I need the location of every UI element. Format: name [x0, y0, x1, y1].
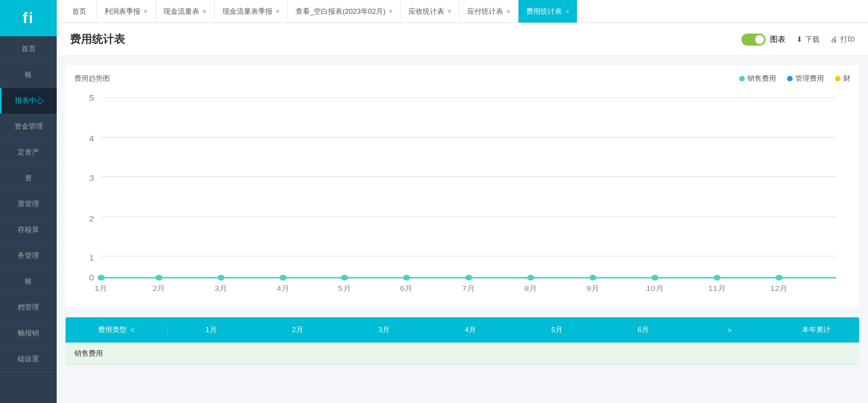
content-area: 费用统计表 图表 ⬇ 下载 🖨 打印 费用趋势图	[57, 23, 868, 403]
th-month-1: 1月	[168, 325, 254, 335]
legend-label-finance: 财	[843, 74, 850, 84]
legend-dot-admin	[787, 76, 793, 81]
table-row-sales-expense: 销售费用	[65, 343, 859, 365]
app-logo: fi	[0, 0, 57, 36]
sidebar-item-fund-management[interactable]: 资金管理	[0, 114, 57, 140]
tab-profit-quarterly[interactable]: 利润表季报 ×	[97, 0, 156, 23]
tab-payable-stats[interactable]: 应付统计表 ×	[460, 0, 518, 23]
tab-cashflow[interactable]: 现金流量表 ×	[156, 0, 215, 23]
print-button[interactable]: 🖨 打印	[831, 35, 855, 45]
chart-section: 费用趋势图 销售费用 管理费用 财	[65, 65, 859, 308]
close-tab-profit-quarterly[interactable]: ×	[144, 8, 148, 15]
chart-legend: 销售费用 管理费用 财	[739, 74, 850, 84]
tab-receivable-stats[interactable]: 应收统计表 ×	[401, 0, 460, 23]
sidebar-item-assets[interactable]: 资	[0, 165, 57, 191]
sidebar-item-sales[interactable]: 畅报销	[0, 321, 57, 346]
tab-blank-report[interactable]: 查看_空白报表(2023年02月) ×	[288, 0, 401, 23]
td-val-summary	[773, 348, 859, 359]
legend-dot-sales	[739, 76, 745, 81]
td-val-3	[343, 348, 429, 359]
table-section: 费用类型 < 1月 2月 3月 4月 5月 6月 > 本年累计 销售费用	[65, 317, 859, 365]
td-val-5	[515, 348, 601, 359]
print-icon: 🖨	[831, 35, 838, 43]
svg-text:8月: 8月	[524, 285, 537, 292]
chart-area: 5 4 3 2 1 0	[74, 89, 850, 300]
close-tab-cashflow-quarterly[interactable]: ×	[276, 8, 280, 15]
svg-text:0: 0	[89, 274, 94, 282]
svg-text:5: 5	[89, 94, 94, 102]
chart-point-sep	[589, 275, 597, 281]
chart-point-mar	[217, 275, 225, 281]
close-tab-blank-report[interactable]: ×	[389, 8, 392, 15]
td-type-sales: 销售费用	[65, 343, 171, 364]
download-icon: ⬇	[796, 35, 803, 43]
svg-text:11月: 11月	[708, 285, 726, 292]
legend-admin-expense: 管理费用	[787, 74, 824, 84]
sidebar-item-fixed-assets[interactable]: 定资产	[0, 140, 57, 165]
svg-text:7月: 7月	[462, 285, 476, 292]
th-month-5: 5月	[514, 325, 600, 335]
svg-text:9月: 9月	[586, 285, 599, 292]
td-val-2	[257, 348, 343, 359]
legend-finance-expense: 财	[835, 74, 850, 84]
svg-text:3: 3	[89, 174, 94, 182]
th-type: 费用类型 <	[65, 325, 168, 335]
sidebar-item-ledger[interactable]: 账	[0, 269, 57, 295]
sidebar-item-settings[interactable]: 础设置	[0, 346, 57, 372]
sidebar-item-archive-management[interactable]: 档管理	[0, 295, 57, 321]
close-tab-expense-stats[interactable]: ×	[565, 8, 569, 15]
tabbar: 首页 利润表季报 × 现金流量表 × 现金流量表季报 × 查看_空白报表(202…	[57, 0, 868, 23]
main-area: 首页 利润表季报 × 现金流量表 × 现金流量表季报 × 查看_空白报表(202…	[57, 0, 868, 403]
legend-sales-expense: 销售费用	[739, 74, 776, 84]
td-val-1	[171, 348, 257, 359]
th-summary: 本年累计	[773, 325, 859, 335]
chart-point-aug	[527, 275, 534, 281]
tab-home[interactable]: 首页	[62, 0, 97, 23]
svg-text:10月: 10月	[646, 285, 664, 292]
chart-point-oct	[652, 275, 659, 281]
chart-point-nov	[713, 275, 720, 281]
svg-text:2: 2	[89, 214, 94, 223]
sidebar-item-service-management[interactable]: 务管理	[0, 243, 57, 269]
table-header: 费用类型 < 1月 2月 3月 4月 5月 6月 > 本年累计	[65, 317, 859, 343]
chart-point-dec	[776, 275, 783, 281]
legend-dot-finance	[835, 76, 840, 81]
svg-text:5月: 5月	[338, 285, 351, 292]
svg-text:6月: 6月	[400, 285, 413, 292]
svg-text:4: 4	[89, 134, 95, 142]
header-actions: 图表 ⬇ 下载 🖨 打印	[741, 34, 855, 46]
chart-toggle[interactable]	[741, 34, 766, 46]
close-tab-receivable-stats[interactable]: ×	[447, 8, 451, 15]
close-tab-payable-stats[interactable]: ×	[506, 8, 510, 15]
sidebar-item-ticket-management[interactable]: 票管理	[0, 191, 57, 217]
close-tab-cashflow[interactable]: ×	[203, 8, 206, 15]
th-month-6: 6月	[600, 325, 686, 335]
page-header: 费用统计表 图表 ⬇ 下载 🖨 打印	[57, 23, 868, 56]
th-month-4: 4月	[427, 325, 514, 335]
sidebar-item-home[interactable]: 首页	[0, 36, 57, 62]
svg-text:12月: 12月	[770, 285, 788, 292]
sidebar-item-account[interactable]: 账	[0, 62, 57, 88]
chart-svg: 5 4 3 2 1 0	[74, 89, 850, 298]
th-month-2: 2月	[254, 325, 341, 335]
td-val-6	[601, 348, 687, 359]
svg-text:2月: 2月	[152, 285, 166, 292]
chart-toggle-label: 图表	[770, 35, 785, 45]
chart-point-jul	[465, 275, 472, 281]
chart-toggle-group: 图表	[741, 34, 785, 46]
download-button[interactable]: ⬇ 下载	[796, 35, 820, 45]
next-page-icon[interactable]: >	[686, 326, 773, 334]
tab-expense-stats[interactable]: 费用统计表 ×	[518, 0, 577, 23]
sidebar-item-report-center[interactable]: 报表中心	[0, 88, 57, 114]
chart-point-jan	[97, 275, 105, 281]
tab-cashflow-quarterly[interactable]: 现金流量表季报 ×	[215, 0, 288, 23]
sidebar: fi 首页 账 报表中心 资金管理 定资产 资 票管理 存核算 务管理 账 档管…	[0, 0, 57, 403]
chart-title: 费用趋势图	[74, 74, 110, 84]
svg-text:1: 1	[89, 254, 94, 262]
legend-label-admin: 管理费用	[795, 74, 824, 84]
td-val-nav	[687, 348, 773, 359]
legend-label-sales: 销售费用	[747, 74, 776, 84]
th-month-3: 3月	[341, 325, 427, 335]
prev-page-icon[interactable]: <	[130, 325, 134, 334]
sidebar-item-inventory[interactable]: 存核算	[0, 217, 57, 243]
